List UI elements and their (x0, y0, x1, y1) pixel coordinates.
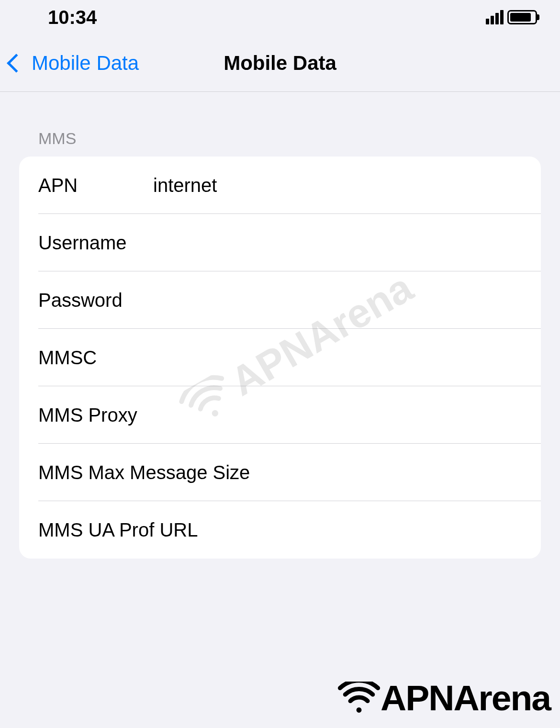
row-label-mmsc: MMSC (38, 347, 153, 369)
row-username[interactable]: Username (19, 214, 541, 271)
footer-text: APNArena (381, 677, 550, 718)
row-label-mms-max-message-size: MMS Max Message Size (38, 462, 522, 483)
row-mms-proxy[interactable]: MMS Proxy (19, 386, 541, 444)
username-input[interactable] (153, 232, 522, 254)
status-icons (486, 10, 537, 24)
status-time: 10:34 (48, 7, 97, 28)
row-label-password: Password (38, 290, 153, 311)
mmsc-input[interactable] (153, 347, 522, 369)
row-mmsc[interactable]: MMSC (19, 329, 541, 386)
password-input[interactable] (153, 290, 522, 311)
back-label: Mobile Data (32, 52, 139, 75)
cellular-signal-icon (486, 10, 504, 24)
section-header-mms: MMS (0, 129, 560, 148)
settings-group-mms: APN Username Password MMSC MMS Proxy MMS… (19, 157, 541, 559)
footer-logo: APNArena (337, 677, 550, 718)
page-title: Mobile Data (224, 52, 336, 75)
row-label-mms-proxy: MMS Proxy (38, 404, 280, 426)
row-label-apn: APN (38, 175, 153, 196)
row-password[interactable]: Password (19, 271, 541, 329)
mms-proxy-input[interactable] (280, 404, 522, 426)
nav-bar: Mobile Data Mobile Data (0, 34, 560, 92)
status-bar: 10:34 (0, 0, 560, 34)
battery-icon (507, 10, 537, 24)
content: MMS APN Username Password MMSC MMS Proxy… (0, 92, 560, 559)
row-label-mms-ua-prof-url: MMS UA Prof URL (38, 519, 522, 541)
back-button[interactable]: Mobile Data (10, 52, 139, 75)
chevron-left-icon (7, 54, 26, 73)
row-apn[interactable]: APN (19, 157, 541, 214)
row-mms-max-message-size[interactable]: MMS Max Message Size (19, 444, 541, 501)
row-label-username: Username (38, 232, 153, 254)
apn-input[interactable] (153, 175, 522, 196)
row-mms-ua-prof-url[interactable]: MMS UA Prof URL (19, 501, 541, 559)
wifi-icon (337, 682, 381, 715)
